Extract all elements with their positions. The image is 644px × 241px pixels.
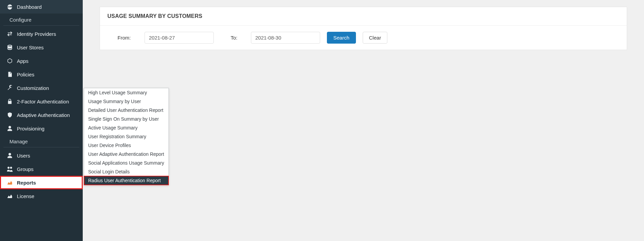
sidebar-item-users[interactable]: Users xyxy=(0,149,83,162)
sidebar-item-adaptive-auth[interactable]: Adaptive Authentication xyxy=(0,108,83,122)
sidebar-item-label: Provisioning xyxy=(17,126,45,131)
dashboard-icon xyxy=(6,4,14,10)
sidebar-item-identity-providers[interactable]: Identity Providers xyxy=(0,27,83,41)
sidebar-item-label: User Stores xyxy=(17,45,44,50)
sidebar-item-label: Adaptive Authentication xyxy=(17,112,70,118)
submenu-item-detailed-user-auth[interactable]: Detailed User Authentication Report xyxy=(84,106,169,115)
submenu-item-radius-user-auth[interactable]: Radius User Authentication Report xyxy=(84,176,169,185)
main-content: USAGE SUMMARY BY CUSTOMERS From: To: Sea… xyxy=(83,0,644,57)
sidebar-item-dashboard[interactable]: Dashboard xyxy=(0,0,83,14)
user-icon xyxy=(6,152,14,159)
submenu-item-user-adaptive-auth[interactable]: User Adaptive Authentication Report xyxy=(84,150,169,159)
submenu-item-social-apps-usage[interactable]: Social Applications Usage Summary xyxy=(84,159,169,167)
submenu-item-user-registration[interactable]: User Registration Summary xyxy=(84,132,169,141)
reports-submenu: High Level Usage Summary Usage Summary b… xyxy=(84,88,169,185)
lock-icon xyxy=(6,98,14,104)
user-icon xyxy=(6,125,14,131)
from-label: From: xyxy=(118,35,138,41)
sidebar-item-label: Groups xyxy=(17,166,33,172)
sidebar-section-configure: Configure xyxy=(3,14,79,26)
submenu-item-high-level-usage[interactable]: High Level Usage Summary xyxy=(84,88,169,97)
from-date-input[interactable] xyxy=(145,32,214,44)
document-icon xyxy=(6,71,14,77)
submenu-item-sso-summary[interactable]: Single Sign On Summary by User xyxy=(84,115,169,123)
exchange-icon xyxy=(6,31,14,37)
sidebar-item-reports[interactable]: Reports xyxy=(0,176,83,189)
sidebar-item-policies[interactable]: Policies xyxy=(0,68,83,81)
sidebar-item-label: Reports xyxy=(17,180,36,186)
submenu-item-active-usage[interactable]: Active Usage Summary xyxy=(84,123,169,132)
sidebar-item-license[interactable]: License xyxy=(0,189,83,203)
submenu-item-social-login-details[interactable]: Social Login Details xyxy=(84,167,169,176)
area-chart-icon xyxy=(6,179,14,186)
sidebar-item-2fa[interactable]: 2-Factor Authentication xyxy=(0,95,83,108)
shield-icon xyxy=(6,112,14,118)
sidebar-item-label: Identity Providers xyxy=(17,31,56,37)
sidebar-item-label: Apps xyxy=(17,58,28,64)
submenu-item-user-device-profiles[interactable]: User Device Profiles xyxy=(84,141,169,150)
sidebar-item-label: License xyxy=(17,193,34,199)
sidebar-item-user-stores[interactable]: User Stores xyxy=(0,41,83,54)
sidebar-item-label: 2-Factor Authentication xyxy=(17,99,69,104)
usage-summary-panel: USAGE SUMMARY BY CUSTOMERS From: To: Sea… xyxy=(100,7,627,50)
wrench-icon xyxy=(6,85,14,91)
area-chart-icon xyxy=(6,193,14,199)
panel-title: USAGE SUMMARY BY CUSTOMERS xyxy=(100,7,627,26)
sidebar-item-label: Customization xyxy=(17,85,49,91)
sidebar-item-provisioning[interactable]: Provisioning xyxy=(0,122,83,135)
sidebar: Dashboard Configure Identity Providers U… xyxy=(0,0,83,241)
panel-body: From: To: Search Clear xyxy=(100,26,627,50)
sidebar-section-manage: Manage xyxy=(3,136,79,147)
sidebar-item-label: Dashboard xyxy=(17,4,42,10)
database-icon xyxy=(6,44,14,50)
cube-icon xyxy=(6,58,14,64)
sidebar-item-label: Policies xyxy=(17,72,34,77)
sidebar-item-label: Users xyxy=(17,153,30,159)
to-date-input[interactable] xyxy=(251,32,320,44)
search-button[interactable]: Search xyxy=(327,32,356,44)
sidebar-item-apps[interactable]: Apps xyxy=(0,54,83,68)
sidebar-item-customization[interactable]: Customization xyxy=(0,81,83,95)
sidebar-item-groups[interactable]: Groups xyxy=(0,162,83,176)
clear-button[interactable]: Clear xyxy=(363,32,388,44)
to-label: To: xyxy=(231,35,244,41)
submenu-item-usage-by-user[interactable]: Usage Summary by User xyxy=(84,97,169,106)
users-icon xyxy=(6,166,14,172)
